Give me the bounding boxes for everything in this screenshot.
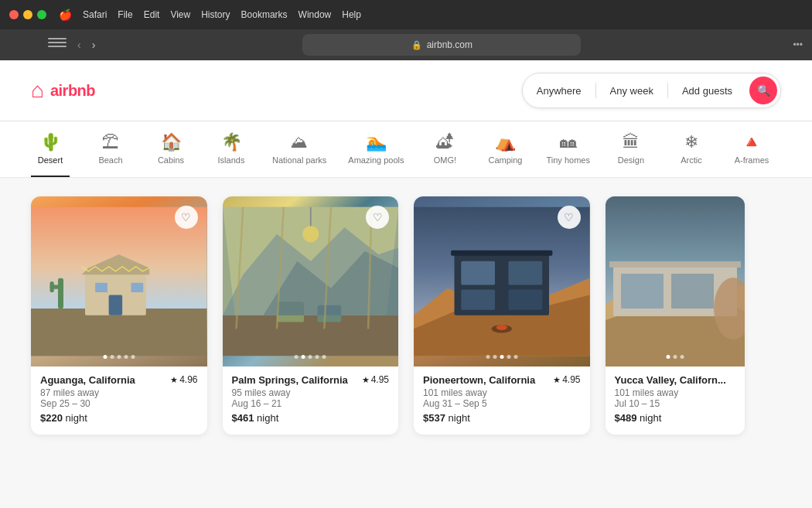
listing-card-1[interactable]: ♡ Aguanga, California ★ 4.96 87 <box>31 196 207 435</box>
design-label: Design <box>618 155 644 165</box>
dot-2-2 <box>302 355 305 359</box>
svg-rect-9 <box>50 281 54 292</box>
image-dots-1 <box>103 355 135 359</box>
camping-label: Camping <box>488 155 522 165</box>
listing-rating-2: ★ 4.95 <box>362 374 389 385</box>
safari-menu[interactable]: Safari <box>83 9 107 20</box>
svg-rect-29 <box>461 290 495 310</box>
maximize-button[interactable] <box>37 10 46 19</box>
favorite-button-2[interactable]: ♡ <box>366 206 389 229</box>
bookmarks-menu[interactable]: Bookmarks <box>241 9 288 20</box>
a-frames-icon: 🔺 <box>741 134 762 151</box>
file-menu[interactable]: File <box>118 9 132 20</box>
listing-price-value-3: $537 <box>423 412 445 424</box>
airbnb-logo-icon: ⌂ <box>31 78 44 103</box>
listing-price-unit-3: night <box>449 412 470 424</box>
listing-price-2: $461 night <box>232 412 390 424</box>
listing-distance-4: 101 miles away <box>615 387 735 398</box>
browser-content: ⌂ airbnb Anywhere Any week Add guests 🔍 … <box>0 60 812 508</box>
amazing-pools-label: Amazing pools <box>348 155 404 165</box>
omg-icon: 🏕 <box>436 134 453 151</box>
listing-location-1: Aguanga, California <box>40 374 135 386</box>
dot-4-2 <box>673 355 677 359</box>
svg-point-33 <box>496 325 507 330</box>
listing-card-4[interactable]: Yucca Valley, Californ... 101 miles away… <box>606 196 745 435</box>
svg-rect-4 <box>109 295 123 315</box>
dot-2-5 <box>322 355 326 359</box>
listing-distance-3: 101 miles away <box>423 387 581 398</box>
dot-1 <box>103 355 107 359</box>
amazing-pools-icon: 🏊 <box>366 134 387 151</box>
listing-location-2: Palm Springs, California <box>232 374 348 386</box>
category-design[interactable]: 🏛 Design <box>612 134 650 177</box>
forward-button[interactable]: › <box>89 37 99 53</box>
svg-rect-40 <box>671 274 714 309</box>
category-desert[interactable]: 🌵 Desert <box>31 134 70 177</box>
svg-rect-27 <box>461 261 495 285</box>
address-bar[interactable]: 🔒 airbnb.com <box>302 34 581 56</box>
edit-menu[interactable]: Edit <box>144 9 160 20</box>
desert-icon: 🌵 <box>40 134 61 151</box>
help-menu[interactable]: Help <box>342 9 361 20</box>
favorite-button-1[interactable]: ♡ <box>175 206 198 229</box>
tiny-homes-label: Tiny homes <box>546 155 589 165</box>
favorite-button-3[interactable]: ♡ <box>558 206 581 229</box>
listing-price-value-1: $220 <box>40 412 63 424</box>
category-beach[interactable]: ⛱ Beach <box>91 134 130 177</box>
star-icon-2: ★ <box>362 375 370 385</box>
arctic-label: Arctic <box>681 155 702 165</box>
apple-menu[interactable]: 🍎 <box>59 9 72 21</box>
window-menu[interactable]: Window <box>299 9 332 20</box>
listing-dates-1: Sep 25 – 30 <box>40 398 198 409</box>
category-tiny-homes[interactable]: 🏘 Tiny homes <box>546 134 589 177</box>
listing-distance-2: 95 miles away <box>232 387 390 398</box>
listing-price-unit-4: night <box>640 412 661 424</box>
dot-2-1 <box>295 355 299 359</box>
nav-arrows: ‹ › <box>74 37 98 53</box>
add-guests-pill[interactable]: Add guests <box>668 77 746 104</box>
airbnb-logo-text: airbnb <box>50 82 95 100</box>
dot-2 <box>110 355 114 359</box>
category-camping[interactable]: ⛺ Camping <box>486 134 524 177</box>
category-amazing-pools[interactable]: 🏊 Amazing pools <box>348 134 404 177</box>
beach-label: Beach <box>98 155 122 165</box>
listing-info-1: Aguanga, California ★ 4.96 87 miles away… <box>31 367 207 435</box>
category-a-frames[interactable]: 🔺 A-frames <box>732 134 771 177</box>
dot-3 <box>117 355 121 359</box>
any-week-pill[interactable]: Any week <box>596 77 667 104</box>
rating-value-2: 4.95 <box>371 374 389 385</box>
listing-price-unit-2: night <box>257 412 278 424</box>
cabins-label: Cabins <box>158 155 184 165</box>
listing-card-2[interactable]: ♡ Palm Springs, California ★ 4.95 <box>223 196 399 435</box>
search-button[interactable]: 🔍 <box>749 77 777 104</box>
view-menu[interactable]: View <box>170 9 190 20</box>
close-button[interactable] <box>9 10 19 19</box>
star-icon-3: ★ <box>553 375 561 385</box>
listing-card-3[interactable]: ♡ Pioneertown, California ★ 4.95 <box>414 196 590 435</box>
sidebar-toggle[interactable] <box>48 38 67 52</box>
listing-rating-3: ★ 4.95 <box>553 374 580 385</box>
category-islands[interactable]: 🌴 Islands <box>212 134 251 177</box>
category-cabins[interactable]: 🏠 Cabins <box>152 134 190 177</box>
minimize-button[interactable] <box>23 10 32 19</box>
tiny-homes-icon: 🏘 <box>560 134 577 151</box>
national-parks-label: National parks <box>272 155 326 165</box>
history-menu[interactable]: History <box>201 9 230 20</box>
listing-location-3: Pioneertown, California <box>423 374 535 386</box>
category-arctic[interactable]: ❄ Arctic <box>672 134 711 177</box>
omg-label: OMG! <box>434 155 456 165</box>
svg-rect-31 <box>451 251 552 256</box>
anywhere-pill[interactable]: Anywhere <box>523 77 595 104</box>
main-search-bar[interactable]: Anywhere Any week Add guests 🔍 <box>522 73 781 108</box>
back-button[interactable]: ‹ <box>74 37 84 53</box>
browser-menu-dots[interactable]: ••• <box>793 39 803 50</box>
category-national-parks[interactable]: ⛰ National parks <box>272 134 326 177</box>
lock-icon: 🔒 <box>411 40 422 50</box>
listing-rating-1: ★ 4.96 <box>170 374 197 385</box>
dot-5 <box>131 355 135 359</box>
listing-price-value-2: $461 <box>232 412 254 424</box>
svg-rect-28 <box>509 261 543 285</box>
islands-label: Islands <box>218 155 245 165</box>
category-omg[interactable]: 🏕 OMG! <box>425 134 464 177</box>
cabins-icon: 🏠 <box>161 134 182 151</box>
